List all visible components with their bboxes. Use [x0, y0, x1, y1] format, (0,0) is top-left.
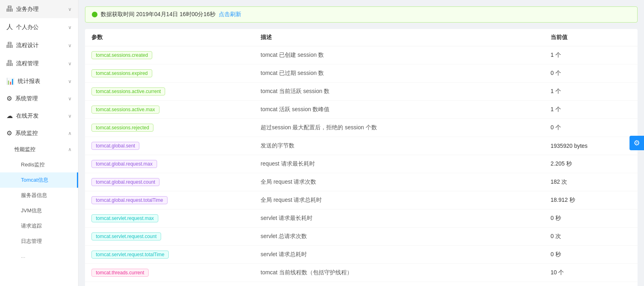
table-row: tomcat.servlet.request.countservlet 总请求次… — [85, 228, 638, 246]
param-tag[interactable]: tomcat.servlet.request.count — [91, 232, 261, 240]
table-row: tomcat.global.sent发送的字节数1935920 bytes — [85, 137, 638, 155]
param-desc: request 请求最长耗时 — [261, 160, 551, 168]
table-row: tomcat.global.request.maxrequest 请求最长耗时2… — [85, 155, 638, 173]
param-desc: tomcat 当前活跃 session 数 — [261, 88, 551, 95]
table-row: tomcat.global.request.count全局 request 请求… — [85, 173, 638, 191]
chevron-down-icon: ∨ — [68, 79, 72, 84]
col-header-param: 参数 — [91, 34, 261, 41]
param-desc: 全局 request 请求次数 — [261, 178, 551, 186]
param-value: 1 个 — [551, 52, 631, 59]
table-row: tomcat.servlet.request.maxservlet 请求最长耗时… — [85, 209, 638, 228]
sidebar-subitem-server-info[interactable]: 服务器信息 — [0, 188, 78, 203]
param-desc: tomcat 已创建 session 数 — [261, 52, 551, 59]
param-tag[interactable]: tomcat.global.request.totalTime — [91, 196, 261, 204]
param-tag[interactable]: tomcat.servlet.request.max — [91, 214, 261, 222]
status-dot — [92, 12, 97, 17]
param-value: 1935920 bytes — [551, 143, 631, 149]
sidebar-subitem-log-manage[interactable]: 日志管理 — [0, 234, 78, 249]
sidebar-item-business[interactable]: 晶 业务办理 ∨ — [0, 0, 78, 18]
param-tag[interactable]: tomcat.sessions.expired — [91, 69, 261, 77]
stats-icon: 📊 — [6, 77, 14, 85]
sidebar-subitem-log-label: 日志管理 — [21, 238, 42, 245]
table-row: tomcat.global.request.totalTime全局 reques… — [85, 191, 638, 209]
col-header-desc: 描述 — [261, 34, 551, 41]
table-body: tomcat.sessions.createdtomcat 已创建 sessio… — [85, 46, 638, 286]
business-icon: 晶 — [6, 5, 13, 13]
sidebar-subitem-tomcat-info[interactable]: Tomcat信息 — [0, 172, 78, 188]
param-value: 0 秒 — [551, 215, 631, 222]
sidebar-item-personal[interactable]: 人 个人办公 ∨ — [0, 18, 78, 36]
chevron-down-icon: ∨ — [68, 25, 72, 30]
sys-monitor-icon: ⚙ — [6, 129, 12, 137]
sidebar-item-stats-label: 统计报表 — [18, 78, 40, 85]
table-row: tomcat.sessions.expiredtomcat 已过期 sessio… — [85, 64, 638, 83]
chevron-up-icon: ∧ — [68, 131, 72, 136]
sidebar-subitem-request-trace[interactable]: 请求追踪 — [0, 218, 78, 234]
sidebar-item-sys-manage[interactable]: ⚙ 系统管理 ∨ — [0, 90, 78, 107]
param-value: 0 个 — [551, 124, 631, 131]
chevron-down-icon: ∨ — [68, 61, 72, 66]
sidebar-subitem-redis-monitor[interactable]: Redis监控 — [0, 157, 78, 172]
table-row: tomcat.threads.currenttomcat 当前线程数（包括守护线… — [85, 264, 638, 282]
settings-button[interactable]: ⚙ — [630, 136, 644, 150]
flow-design-icon: 晶 — [6, 41, 13, 50]
sidebar-item-stats[interactable]: 📊 统计报表 ∨ — [0, 73, 78, 90]
sidebar-subitem-server-label: 服务器信息 — [21, 192, 47, 199]
param-value: 0 次 — [551, 233, 631, 240]
sidebar-item-sys-manage-label: 系统管理 — [15, 95, 38, 102]
param-value: 10 个 — [551, 269, 631, 276]
sidebar-item-online-dev[interactable]: ☁ 在线开发 ∨ — [0, 107, 78, 124]
sidebar-item-sys-monitor[interactable]: ⚙ 系统监控 ∧ — [0, 124, 78, 142]
sidebar-subitem-request-label: 请求追踪 — [21, 222, 42, 230]
sidebar-subitem-more[interactable]: ... — [0, 249, 78, 263]
status-text: 数据获取时间 2019年04月14日 16时00分16秒 — [101, 11, 215, 18]
sidebar-item-flow-design-label: 流程设计 — [16, 42, 39, 49]
param-value: 1 个 — [551, 88, 631, 95]
param-value: 0 个 — [551, 70, 631, 77]
param-value: 0 秒 — [551, 251, 631, 258]
sidebar-item-flow-design[interactable]: 晶 流程设计 ∨ — [0, 36, 78, 54]
param-tag[interactable]: tomcat.servlet.request.totalTime — [91, 251, 261, 259]
gear-icon: ⚙ — [634, 139, 640, 147]
table-row: tomcat.sessions.createdtomcat 已创建 sessio… — [85, 46, 638, 64]
param-desc: servlet 请求最长耗时 — [261, 215, 551, 222]
chevron-down-icon: ∨ — [68, 96, 72, 102]
online-dev-icon: ☁ — [6, 112, 13, 120]
param-value: 2.205 秒 — [551, 160, 631, 168]
status-bar: 数据获取时间 2019年04月14日 16时00分16秒 点击刷新 — [85, 6, 638, 23]
table-row: tomcat.threads.configMaxtomcat 配置的线程最大数2… — [85, 282, 638, 286]
table-header: 参数 描述 当前值 — [85, 29, 638, 46]
col-header-value: 当前值 — [551, 34, 631, 41]
param-desc: 发送的字节数 — [261, 142, 551, 149]
chevron-down-icon: ∨ — [68, 43, 72, 48]
personal-icon: 人 — [6, 23, 13, 31]
param-value: 18.912 秒 — [551, 197, 631, 204]
sidebar: 晶 业务办理 ∨ 人 个人办公 ∨ 晶 流程设计 ∨ 晶 流程管理 ∨ 📊 统计… — [0, 0, 79, 286]
param-tag[interactable]: tomcat.global.request.count — [91, 178, 261, 186]
data-table: 参数 描述 当前值 tomcat.sessions.createdtomcat … — [85, 29, 638, 286]
sidebar-item-online-dev-label: 在线开发 — [16, 112, 39, 120]
chevron-down-icon: ∨ — [68, 113, 72, 119]
refresh-link[interactable]: 点击刷新 — [219, 11, 241, 18]
param-desc: servlet 总请求次数 — [261, 233, 551, 240]
table-row: tomcat.sessions.active.maxtomcat 活跃 sess… — [85, 101, 638, 119]
param-tag[interactable]: tomcat.sessions.active.current — [91, 87, 261, 95]
table-row: tomcat.servlet.request.totalTimeservlet … — [85, 246, 638, 264]
sidebar-subitem-tomcat-label: Tomcat信息 — [21, 176, 48, 184]
table-row: tomcat.sessions.rejected超过session 最大配置后，… — [85, 119, 638, 137]
sidebar-item-flow-manage-label: 流程管理 — [16, 60, 39, 67]
main-content: 数据获取时间 2019年04月14日 16时00分16秒 点击刷新 参数 描述 … — [79, 0, 644, 286]
sidebar-subitem-jvm-info[interactable]: JVM信息 — [0, 203, 78, 218]
chevron-down-icon: ∨ — [68, 6, 72, 12]
sidebar-subitem-perf-monitor[interactable]: 性能监控 ∧ — [0, 142, 78, 157]
param-tag[interactable]: tomcat.sessions.created — [91, 51, 261, 59]
param-tag[interactable]: tomcat.global.sent — [91, 142, 261, 150]
param-tag[interactable]: tomcat.sessions.active.max — [91, 106, 261, 114]
sidebar-item-business-label: 业务办理 — [16, 6, 39, 13]
sidebar-subitem-jvm-label: JVM信息 — [21, 207, 42, 214]
param-tag[interactable]: tomcat.sessions.rejected — [91, 124, 261, 132]
param-tag[interactable]: tomcat.global.request.max — [91, 160, 261, 168]
sidebar-subitem-perf-monitor-label: 性能监控 — [14, 146, 35, 153]
sidebar-item-flow-manage[interactable]: 晶 流程管理 ∨ — [0, 54, 78, 73]
param-tag[interactable]: tomcat.threads.current — [91, 269, 261, 277]
